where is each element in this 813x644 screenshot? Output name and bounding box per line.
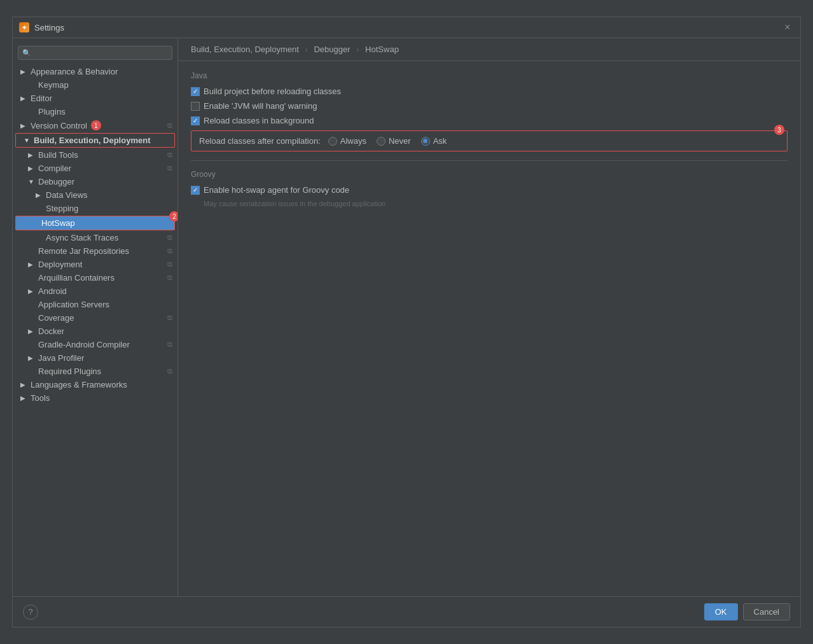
sidebar-item-label: Async Stack Traces [46, 233, 118, 242]
arrow-icon: ▶ [20, 395, 28, 402]
search-box: 🔍 [18, 46, 172, 60]
sidebar-item-app-servers[interactable]: Application Servers [13, 298, 177, 311]
sidebar-item-languages[interactable]: ▶ Languages & Frameworks [13, 378, 177, 391]
sidebar-item-gradle-android[interactable]: Gradle-Android Compiler ⧉ [13, 338, 177, 351]
groovy-section-label: Groovy [191, 170, 788, 179]
breadcrumb-part-3: HotSwap [365, 45, 399, 54]
hotswap-border: HotSwap 2 [15, 216, 175, 230]
sidebar-item-label: Debugger [38, 177, 74, 186]
sidebar-item-label: Docker [38, 326, 64, 336]
sidebar-item-label: Version Control [31, 121, 87, 130]
radio-ask[interactable]: Ask [421, 136, 447, 146]
reload-after-label: Reload classes after compilation: [199, 136, 321, 146]
sidebar-item-keymap[interactable]: Keymap [13, 78, 177, 92]
build-before-checkbox[interactable] [191, 87, 200, 96]
copy-icon: ⧉ [167, 247, 172, 255]
arrow-icon: ▶ [28, 261, 36, 268]
reload-background-label: Reload classes in background [204, 116, 314, 125]
copy-icon: ⧉ [167, 164, 172, 172]
sidebar-item-label: Android [38, 286, 67, 296]
title-bar: ✦ Settings × [13, 17, 800, 38]
breadcrumb-sep-1: › [305, 45, 307, 54]
enable-jvm-checkbox[interactable] [191, 102, 200, 111]
sidebar-item-required-plugins[interactable]: Required Plugins ⧉ [13, 365, 177, 378]
reload-background-checkbox[interactable] [191, 116, 200, 125]
copy-icon: ⧉ [167, 340, 172, 349]
ok-button[interactable]: OK [704, 603, 738, 620]
sidebar-item-remote-jar[interactable]: Remote Jar Repositories ⧉ [13, 244, 177, 258]
radio-never[interactable]: Never [377, 136, 411, 146]
groovy-hotswap-checkbox[interactable] [191, 186, 200, 195]
settings-dialog: ✦ Settings × 🔍 ▶ Appearance & Behavior K… [12, 17, 801, 627]
sidebar-item-label: Gradle-Android Compiler [38, 340, 130, 349]
arrow-icon: ▶ [20, 122, 28, 129]
enable-jvm-label: Enable 'JVM will hang' warning [204, 101, 317, 111]
reload-background-row: Reload classes in background [191, 116, 788, 125]
build-before-row: Build project before reloading classes [191, 87, 788, 96]
breadcrumb-part-1: Build, Execution, Deployment [191, 45, 299, 54]
dialog-title: Settings [34, 23, 64, 32]
sidebar-item-android[interactable]: ▶ Android [13, 284, 177, 298]
arrow-icon: ▶ [20, 95, 28, 102]
sidebar-item-coverage[interactable]: Coverage ⧉ [13, 311, 177, 325]
badge-1: 1 [91, 120, 101, 130]
sidebar-item-stepping[interactable]: Stepping [13, 202, 177, 215]
sidebar-item-compiler[interactable]: ▶ Compiler ⧉ [13, 162, 177, 175]
sidebar-item-java-profiler[interactable]: ▶ Java Profiler [13, 351, 177, 365]
search-icon: 🔍 [22, 49, 31, 57]
sidebar-item-label: HotSwap [41, 218, 75, 228]
app-icon: ✦ [19, 22, 29, 32]
groovy-hint: May cause serialization issues in the de… [191, 200, 788, 207]
arrow-icon: ▶ [28, 151, 36, 158]
sidebar-item-plugins[interactable]: Plugins [13, 105, 177, 118]
sidebar-item-tools[interactable]: ▶ Tools [13, 391, 177, 405]
help-button[interactable]: ? [23, 605, 38, 620]
dialog-footer: ? OK Cancel [13, 596, 800, 627]
arrow-icon: ▶ [28, 328, 36, 335]
groovy-hotswap-label: Enable hot-swap agent for Groovy code [204, 185, 349, 195]
copy-icon: ⧉ [167, 151, 172, 159]
sidebar-item-label: Plugins [38, 107, 66, 116]
sidebar-item-label: Appearance & Behavior [31, 67, 118, 76]
radio-always[interactable]: Always [328, 136, 366, 146]
sidebar-item-label: Java Profiler [38, 353, 84, 363]
sidebar-item-debugger[interactable]: ▼ Debugger [13, 175, 177, 188]
sidebar-item-docker[interactable]: ▶ Docker [13, 325, 177, 338]
sidebar-item-hotswap[interactable]: HotSwap [16, 216, 174, 230]
radio-ask-btn[interactable] [421, 137, 430, 146]
radio-never-btn[interactable] [377, 137, 386, 146]
dialog-body: 🔍 ▶ Appearance & Behavior Keymap ▶ Edito… [13, 38, 800, 596]
build-before-label: Build project before reloading classes [204, 87, 341, 96]
sidebar-item-build-tools[interactable]: ▶ Build Tools ⧉ [13, 148, 177, 162]
cancel-button[interactable]: Cancel [743, 603, 790, 620]
badge-2: 2 [169, 211, 178, 221]
sidebar-item-arquillian[interactable]: Arquillian Containers ⧉ [13, 271, 177, 284]
copy-icon: ⧉ [167, 234, 172, 242]
breadcrumb-sep-2: › [356, 45, 359, 54]
breadcrumb-part-2: Debugger [314, 45, 350, 54]
radio-ask-label: Ask [433, 136, 447, 146]
arrow-icon: ▶ [28, 354, 36, 361]
sidebar-item-version-control[interactable]: ▶ Version Control 1 ⧉ [13, 118, 177, 132]
arrow-icon: ▶ [20, 381, 28, 388]
breadcrumb: Build, Execution, Deployment › Debugger … [178, 38, 800, 61]
copy-icon: ⧉ [167, 314, 172, 322]
sidebar-item-editor[interactable]: ▶ Editor [13, 92, 177, 105]
arrow-icon: ▶ [36, 192, 43, 199]
sidebar-item-async-stack[interactable]: Async Stack Traces ⧉ [13, 231, 177, 244]
sidebar-item-label: Keymap [38, 80, 69, 90]
copy-icon: ⧉ [167, 274, 172, 282]
title-bar-left: ✦ Settings [19, 22, 64, 32]
close-button[interactable]: × [781, 21, 794, 34]
sidebar-item-deployment[interactable]: ▶ Deployment ⧉ [13, 258, 177, 271]
sidebar-item-build-deploy[interactable]: ▼ Build, Execution, Deployment [16, 134, 174, 147]
sidebar-item-appearance[interactable]: ▶ Appearance & Behavior [13, 65, 177, 78]
sidebar: 🔍 ▶ Appearance & Behavior Keymap ▶ Edito… [13, 38, 178, 596]
search-input[interactable] [34, 48, 168, 57]
sidebar-item-label: Languages & Frameworks [31, 380, 127, 389]
radio-always-label: Always [340, 136, 366, 146]
radio-always-btn[interactable] [328, 137, 337, 146]
sidebar-item-data-views[interactable]: ▶ Data Views [13, 188, 177, 202]
sidebar-item-label: Compiler [38, 164, 71, 173]
content-area: Java Build project before reloading clas… [178, 61, 800, 596]
